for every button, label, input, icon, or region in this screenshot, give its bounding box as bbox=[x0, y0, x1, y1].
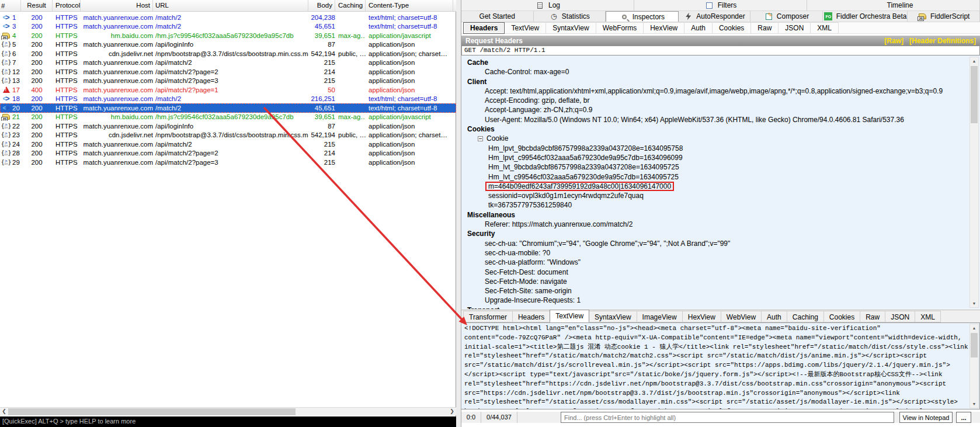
scroll-up-arrow-icon[interactable]: ▲ bbox=[970, 324, 978, 332]
response-tab-hexview[interactable]: HexView bbox=[682, 311, 721, 322]
request-tab-headers[interactable]: Headers bbox=[463, 22, 505, 34]
session-row[interactable]: JS4200HTTPShm.baidu.com/hm.js?c99546cf03… bbox=[0, 31, 456, 40]
session-row[interactable]: <>3200HTTPSmatch.yuanrenxue.com/match/24… bbox=[0, 22, 456, 32]
session-col-caching: max-ag… bbox=[335, 113, 366, 120]
tab-statistics[interactable]: ◷Statistics bbox=[534, 11, 606, 22]
dock-tab-filters[interactable]: Filters bbox=[634, 0, 807, 11]
session-row[interactable]: {jscn}22200HTTPSmatch.yuanrenxue.com/api… bbox=[0, 121, 456, 131]
session-col-body: 215 bbox=[308, 59, 335, 66]
dock-tab-log[interactable]: Log bbox=[461, 0, 634, 11]
column-header-body[interactable]: Body bbox=[308, 0, 335, 11]
scrollbar-thumb[interactable] bbox=[971, 66, 978, 123]
session-row[interactable]: 17400HTTPSmatch.yuanrenxue.com/api/match… bbox=[0, 85, 456, 95]
scrollbar-thumb[interactable] bbox=[971, 333, 978, 357]
session-col-protocol: HTTPS bbox=[53, 41, 81, 48]
request-tab-auth[interactable]: Auth bbox=[684, 22, 713, 34]
scroll-left-arrow-icon[interactable]: ❮ bbox=[0, 408, 8, 415]
session-row[interactable]: <>1200HTTPSmatch.yuanrenxue.com/match/22… bbox=[0, 13, 456, 22]
session-row[interactable]: {jscn}6200HTTPScdn.jsdelivr.net/npm/boot… bbox=[0, 49, 456, 58]
column-header-content-type[interactable]: Content-Type bbox=[366, 0, 453, 11]
request-tab-cookies[interactable]: Cookies bbox=[712, 22, 751, 34]
scroll-right-arrow-icon[interactable]: ❯ bbox=[448, 408, 456, 415]
response-tab-textview[interactable]: TextView bbox=[550, 310, 589, 322]
session-row[interactable]: {jscn}12200HTTPSmatch.yuanrenxue.com/api… bbox=[0, 67, 456, 77]
response-tab-imageview[interactable]: ImageView bbox=[637, 311, 683, 322]
header-line: Hm_lvt_9bcbda9cbf86757998a2339a0437208e=… bbox=[461, 162, 980, 172]
request-tab-syntaxview[interactable]: SyntaxView bbox=[545, 22, 596, 34]
response-tab-syntaxview-label: SyntaxView bbox=[595, 313, 631, 321]
response-tab-hexview-label: HexView bbox=[688, 313, 715, 321]
response-tab-cookies[interactable]: Cookies bbox=[823, 311, 860, 322]
column-header-url[interactable]: URL bbox=[153, 0, 308, 11]
quickexec-bar[interactable]: [QuickExec] ALT+Q > type HELP to learn m… bbox=[0, 416, 456, 427]
tab-get-started[interactable]: Get Started bbox=[461, 11, 534, 22]
session-row[interactable]: {jscn}23200HTTPScdn.jsdelivr.net/npm/boo… bbox=[0, 131, 456, 140]
dock-tab-timeline[interactable]: Timeline bbox=[807, 0, 980, 11]
response-tab-webview[interactable]: WebView bbox=[721, 311, 762, 322]
column-header-protocol[interactable]: Protocol bbox=[53, 0, 81, 11]
scrollbar-thumb[interactable] bbox=[8, 408, 296, 415]
response-tab-headers[interactable]: Headers bbox=[512, 311, 550, 322]
dock-tab-filters-label: Filters bbox=[718, 1, 737, 9]
response-tab-raw[interactable]: Raw bbox=[860, 311, 885, 322]
session-row[interactable]: <>18200HTTPSmatch.yuanrenxue.com/match/2… bbox=[0, 95, 456, 104]
session-col-caching: max-ag… bbox=[335, 32, 366, 39]
request-tab-auth-label: Auth bbox=[691, 24, 706, 32]
scroll-down-arrow-icon[interactable]: ▼ bbox=[970, 300, 978, 307]
session-row[interactable]: {jscn}29200HTTPSmatch.yuanrenxue.com/api… bbox=[0, 158, 456, 167]
scroll-up-arrow-icon[interactable]: ▲ bbox=[970, 57, 978, 65]
tab-composer[interactable]: ✎Composer bbox=[750, 11, 823, 22]
fiddlerscript-icon: JS bbox=[918, 12, 927, 20]
scroll-down-arrow-icon[interactable]: ▼ bbox=[970, 400, 978, 408]
session-col-result: 200 bbox=[21, 41, 53, 48]
textview-scrollbar[interactable]: ▲ ▼ bbox=[969, 324, 979, 408]
session-col-host: match.yuanrenxue.com bbox=[81, 23, 153, 30]
request-tab-json[interactable]: JSON bbox=[778, 22, 811, 34]
find-input[interactable] bbox=[561, 412, 894, 423]
request-tab-headers-label: Headers bbox=[470, 24, 498, 32]
tab-fiddlerscript[interactable]: JSFiddlerScript bbox=[908, 11, 980, 22]
session-row[interactable]: {jscn}28200HTTPSmatch.yuanrenxue.com/api… bbox=[0, 149, 456, 158]
horizontal-scrollbar[interactable]: ❮ ❯ bbox=[0, 407, 456, 415]
response-tab-auth[interactable]: Auth bbox=[761, 311, 787, 322]
request-tab-raw[interactable]: Raw bbox=[750, 22, 779, 34]
response-tab-caching-label: Caching bbox=[793, 313, 818, 321]
header-definitions-link[interactable]: [Header Definitions] bbox=[909, 37, 976, 45]
headers-scrollbar[interactable]: ▲ ▼ bbox=[969, 57, 979, 308]
session-row[interactable]: <>20200HTTPSmatch.yuanrenxue.com/match/2… bbox=[0, 103, 456, 113]
response-tab-caching[interactable]: Caching bbox=[787, 311, 824, 322]
tab-inspectors[interactable]: Inspectors bbox=[606, 11, 679, 22]
panel-splitter[interactable] bbox=[456, 0, 461, 427]
collapse-expander-icon[interactable] bbox=[478, 136, 483, 141]
session-row[interactable]: JS21200HTTPShm.baidu.com/hm.js?c99546cf0… bbox=[0, 113, 456, 122]
raw-link[interactable]: [Raw] bbox=[884, 37, 903, 45]
response-tab-json[interactable]: JSON bbox=[885, 311, 915, 322]
column-header-[interactable]: # bbox=[0, 0, 21, 11]
column-header-host[interactable]: Host bbox=[81, 0, 153, 11]
session-col-url: /api/loginInfo bbox=[153, 123, 308, 130]
session-row[interactable]: {jscn}24200HTTPSmatch.yuanrenxue.com/api… bbox=[0, 140, 456, 149]
session-row[interactable]: {jscn}13200HTTPSmatch.yuanrenxue.com/api… bbox=[0, 77, 456, 86]
column-header-caching[interactable]: Caching bbox=[335, 0, 366, 11]
session-col-result: 200 bbox=[21, 113, 53, 120]
tab-autoresponder[interactable]: AutoResponder bbox=[679, 11, 751, 22]
session-col-content-type: application/json bbox=[366, 59, 453, 66]
request-tab-hexview[interactable]: HexView bbox=[643, 22, 684, 34]
view-in-notepad-button[interactable]: View in Notepad bbox=[899, 412, 953, 423]
request-tab-textview[interactable]: TextView bbox=[504, 22, 546, 34]
tab-fiddler-orchestra-beta[interactable]: FOFiddler Orchestra Beta bbox=[823, 11, 908, 22]
more-options-button[interactable]: ... bbox=[956, 412, 971, 423]
request-tab-xml[interactable]: XML bbox=[810, 22, 839, 34]
request-tab-webforms[interactable]: WebForms bbox=[596, 22, 644, 34]
selection-count: 0/44,037 bbox=[481, 412, 517, 423]
session-row[interactable]: {jscn}7200HTTPSmatch.yuanrenxue.com/api/… bbox=[0, 58, 456, 68]
session-col-body: 542,194 bbox=[308, 50, 335, 57]
response-tab-syntaxview[interactable]: SyntaxView bbox=[589, 311, 637, 322]
response-tab-transformer[interactable]: Transformer bbox=[463, 311, 513, 322]
response-textview[interactable]: <!DOCTYPE html><html lang="en"class="no-… bbox=[461, 322, 980, 409]
column-header-result[interactable]: Result bbox=[21, 0, 53, 11]
session-row[interactable]: {jscn}5200HTTPSmatch.yuanrenxue.com/api/… bbox=[0, 40, 456, 50]
response-tab-xml[interactable]: XML bbox=[915, 311, 941, 322]
header-tree-node-label: Cookie bbox=[486, 134, 508, 143]
session-col-protocol: HTTPS bbox=[53, 32, 81, 39]
